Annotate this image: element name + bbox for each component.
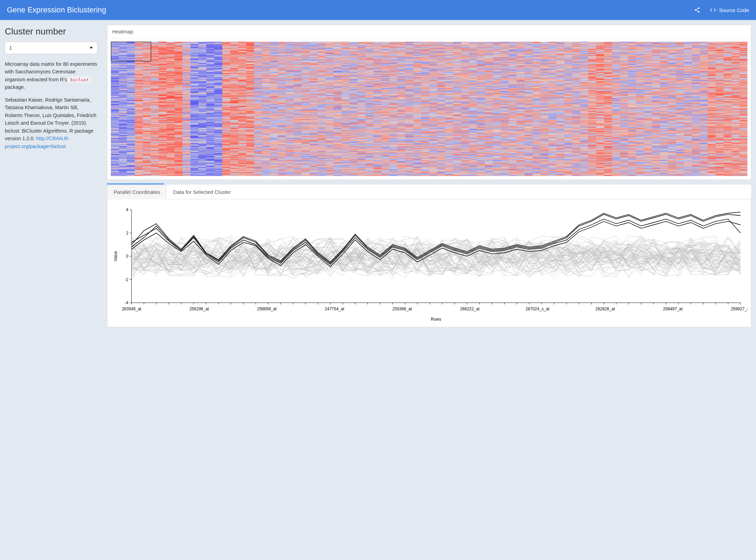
svg-text:247754_at: 247754_at <box>325 307 344 311</box>
svg-text:4: 4 <box>126 207 128 212</box>
svg-text:266222_at: 266222_at <box>460 307 480 311</box>
svg-text:250366_at: 250366_at <box>392 307 412 311</box>
source-code-label: Source Code <box>719 7 749 13</box>
source-code-link[interactable]: Source Code <box>710 7 749 13</box>
svg-point-2 <box>698 11 700 13</box>
code-icon <box>710 7 716 13</box>
tabstrip: Parallel Coordinates Data for Selected C… <box>107 185 751 199</box>
share-link[interactable] <box>694 7 700 13</box>
svg-point-0 <box>698 8 700 9</box>
tab-data[interactable]: Data for Selected Cluster <box>167 185 238 199</box>
cluster-select[interactable]: 1 <box>5 42 97 54</box>
cluster-select-value: 1 <box>9 45 12 51</box>
svg-point-1 <box>695 9 697 11</box>
chevron-down-icon <box>90 47 93 49</box>
citation-text: Sebastian Kaiser, Rodrigo Santamaria, Ta… <box>5 97 96 141</box>
desc-suffix: package. <box>5 84 25 90</box>
svg-text:267024_s_at: 267024_s_at <box>526 307 550 311</box>
svg-text:0: 0 <box>126 254 128 259</box>
tab-content: -4-2024263549_at256299_at258859_at247754… <box>107 199 751 327</box>
svg-text:259927_at: 259927_at <box>731 307 747 311</box>
heatmap-panel: Heatmap <box>107 25 751 180</box>
desc-code: biclust <box>69 77 91 83</box>
sidebar-citation: Sebastian Kaiser, Rodrigo Santamaria, Ta… <box>5 96 97 150</box>
svg-text:2: 2 <box>126 231 128 236</box>
sidebar-heading: Cluster number <box>5 26 97 37</box>
svg-text:256299_at: 256299_at <box>189 307 209 311</box>
svg-text:-2: -2 <box>125 277 128 282</box>
share-icon <box>694 7 700 13</box>
svg-text:-4: -4 <box>125 300 128 305</box>
svg-text:Value: Value <box>113 251 118 261</box>
heatmap-canvas[interactable] <box>111 42 747 176</box>
navbar: Gene Expression Biclustering Source Code <box>0 0 756 20</box>
svg-text:262826_at: 262826_at <box>596 307 615 311</box>
tab-parallel[interactable]: Parallel Coordinates <box>107 185 167 199</box>
tabs-panel: Parallel Coordinates Data for Selected C… <box>107 183 751 327</box>
heatmap-body <box>107 38 751 179</box>
svg-text:Rows: Rows <box>431 317 441 322</box>
heatmap-title: Heatmap <box>107 25 751 38</box>
app-title: Gene Expression Biclustering <box>7 6 694 14</box>
layout: Cluster number 1 Microarray data matrix … <box>0 20 756 332</box>
svg-text:258497_at: 258497_at <box>663 307 683 311</box>
parallel-coordinates-plot[interactable]: -4-2024263549_at256299_at258859_at247754… <box>111 206 747 323</box>
svg-text:263549_at: 263549_at <box>122 307 141 311</box>
sidebar-description: Microarray data matrix for 80 experiment… <box>5 60 97 91</box>
navbar-right: Source Code <box>694 7 749 13</box>
svg-text:258859_at: 258859_at <box>257 307 277 311</box>
main: Heatmap Parallel Coordinates Data for Se… <box>102 20 756 332</box>
sidebar: Cluster number 1 Microarray data matrix … <box>0 20 102 332</box>
